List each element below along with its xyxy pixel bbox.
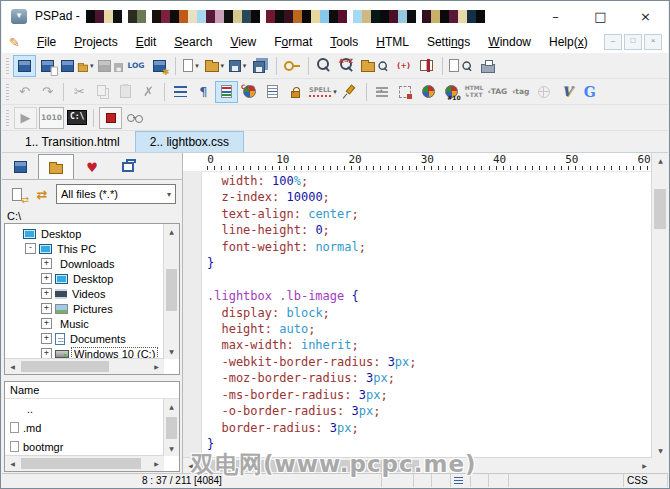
file-filter-select[interactable]: All files (*.*) ▾: [56, 184, 176, 204]
mdi-close-button[interactable]: ×: [644, 34, 662, 50]
expand-icon[interactable]: +: [41, 303, 52, 314]
expand-icon[interactable]: +: [41, 273, 52, 284]
goto-line-button[interactable]: (+): [392, 55, 415, 77]
menu-item-file[interactable]: File: [28, 33, 65, 51]
file-browser-panel-tab[interactable]: [38, 154, 74, 179]
code-area[interactable]: width: 100%; z-index: 10000; text-align:…: [201, 171, 652, 458]
save-all-button[interactable]: [249, 55, 272, 77]
project-log-button[interactable]: LOG: [125, 55, 148, 77]
collapse-icon[interactable]: -: [25, 243, 36, 254]
tree-vertical-scrollbar[interactable]: ▲ ▼: [163, 224, 179, 359]
toolbar-grip[interactable]: [6, 110, 9, 126]
list-scroll-thumb[interactable]: [166, 417, 177, 439]
menu-item-settings[interactable]: Settings: [418, 33, 479, 51]
stay-on-top-pin-button[interactable]: [339, 81, 362, 103]
run-script-button[interactable]: ▶: [14, 107, 37, 129]
paste-button[interactable]: [114, 81, 137, 103]
project-settings-button[interactable]: ✱: [148, 55, 171, 77]
new-project-button[interactable]: [13, 55, 36, 77]
search-in-files-button[interactable]: [359, 55, 392, 77]
editor-scroll-thumb[interactable]: [654, 189, 666, 229]
maximize-button[interactable]: □: [578, 1, 623, 31]
browser-preview-button[interactable]: [532, 81, 555, 103]
scroll-up-icon[interactable]: ▲: [653, 153, 668, 168]
scroll-down-icon[interactable]: ▼: [164, 441, 179, 456]
scroll-down-icon[interactable]: ▼: [653, 443, 668, 458]
search-button[interactable]: [313, 55, 336, 77]
expand-icon[interactable]: +: [41, 333, 52, 344]
tree-item-music[interactable]: +Music: [5, 316, 164, 331]
menu-item-projects[interactable]: Projects: [65, 33, 126, 51]
list-item--[interactable]: ..: [5, 399, 164, 418]
show-formatting-button[interactable]: ¶: [192, 81, 215, 103]
menu-item-tools[interactable]: Tools: [321, 33, 367, 51]
tree-item-this-pc[interactable]: -This PC: [5, 241, 164, 256]
tree-scroll-thumb[interactable]: [166, 269, 177, 311]
scroll-left-icon[interactable]: ◀: [5, 359, 20, 374]
editor-vertical-scrollbar[interactable]: ▲ ▼: [651, 153, 668, 458]
scroll-down-icon[interactable]: ▼: [164, 344, 179, 359]
menu-item-helpx[interactable]: Help(x): [540, 33, 597, 51]
scroll-left-icon[interactable]: ◀: [5, 456, 20, 471]
scroll-right-icon[interactable]: ▶: [149, 359, 164, 374]
dos-console-button[interactable]: C:\: [65, 107, 89, 129]
menu-item-html[interactable]: HTML: [367, 33, 418, 51]
list-hscroll-thumb[interactable]: [21, 458, 141, 469]
toolbar-grip[interactable]: [6, 58, 9, 74]
menu-item-search[interactable]: Search: [165, 33, 221, 51]
print-button[interactable]: [476, 55, 499, 77]
new-file-button[interactable]: ▾: [180, 55, 203, 77]
tree-item-downloads[interactable]: +Downloads: [5, 256, 164, 271]
favorites-panel-tab[interactable]: ♥: [74, 154, 110, 179]
word-wrap-button[interactable]: [169, 81, 192, 103]
open-files-panel-tab[interactable]: [110, 154, 146, 179]
save-file-button[interactable]: ▾: [226, 55, 249, 77]
toolbar-grip[interactable]: [6, 84, 9, 100]
mdi-restore-button[interactable]: □: [624, 34, 642, 50]
scroll-up-icon[interactable]: ▲: [164, 399, 179, 414]
tree-horizontal-scrollbar[interactable]: ◀ ▶: [5, 358, 164, 374]
tree-item-desktop[interactable]: Desktop: [5, 226, 164, 241]
reload-file-button[interactable]: ⇄: [6, 184, 28, 204]
color-to-code-button[interactable]: #10: [440, 81, 463, 103]
undo-button[interactable]: ↶: [13, 81, 36, 103]
cut-button[interactable]: ✂: [68, 81, 91, 103]
html-validator-button[interactable]: V: [555, 81, 578, 103]
tree-hscroll-thumb[interactable]: [21, 361, 109, 372]
list-item--md[interactable]: .md: [5, 418, 164, 437]
text-diff-view-button[interactable]: [123, 107, 146, 129]
document-tab-2[interactable]: 2.. lightbox.css: [135, 131, 244, 152]
reformat-button[interactable]: [394, 81, 417, 103]
mdi-minimize-button[interactable]: –: [604, 34, 622, 50]
menu-item-edit[interactable]: Edit: [127, 33, 166, 51]
read-only-lock-button[interactable]: [284, 81, 307, 103]
project-panel-tab[interactable]: [2, 154, 38, 179]
scroll-up-icon[interactable]: ▲: [164, 224, 179, 239]
open-file-button[interactable]: ▾: [203, 55, 227, 77]
list-vertical-scrollbar[interactable]: ▲ ▼: [163, 399, 179, 456]
delete-button[interactable]: ✗: [137, 81, 160, 103]
document-tab-1[interactable]: 1.. Transition.html: [10, 131, 135, 152]
reopen-project-button[interactable]: ▾: [59, 55, 96, 77]
expand-icon[interactable]: +: [41, 318, 52, 329]
list-item-bootmgr[interactable]: bootmgr: [5, 437, 164, 456]
print-preview-button[interactable]: [447, 55, 476, 77]
syntax-highlight-button[interactable]: [215, 81, 238, 103]
open-project-button[interactable]: [36, 55, 59, 77]
tree-item-desktop[interactable]: +Desktop: [5, 271, 164, 286]
save-project-button[interactable]: [96, 55, 125, 77]
scroll-right-icon[interactable]: ▶: [149, 456, 164, 471]
menu-item-format[interactable]: Format: [265, 33, 321, 51]
menu-item-window[interactable]: Window: [479, 33, 540, 51]
file-list-header[interactable]: Name: [5, 382, 179, 399]
close-button[interactable]: ×: [623, 1, 668, 31]
expand-icon[interactable]: +: [41, 258, 52, 269]
redo-button[interactable]: ↷: [36, 81, 59, 103]
html-to-text-button[interactable]: HTML↳TXT: [463, 81, 486, 103]
tree-item-pictures[interactable]: +Pictures: [5, 301, 164, 316]
minimize-button[interactable]: –: [533, 1, 578, 31]
tags-uppercase-button[interactable]: ‹TAG: [486, 81, 510, 103]
menu-item-view[interactable]: View: [221, 33, 265, 51]
expand-icon[interactable]: +: [41, 288, 52, 299]
tree-item-videos[interactable]: +Videos: [5, 286, 164, 301]
